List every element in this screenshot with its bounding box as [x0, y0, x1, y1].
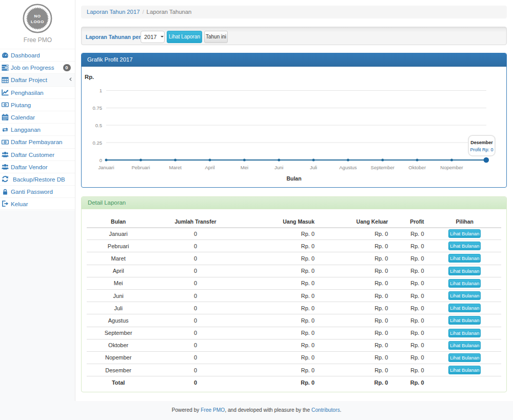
- svg-text:Bulan: Bulan: [286, 175, 301, 182]
- svg-text:Desember: Desember: [470, 140, 493, 145]
- svg-text:Juli: Juli: [310, 165, 317, 170]
- svg-text:April: April: [205, 165, 215, 170]
- svg-text:NO: NO: [34, 14, 41, 18]
- svg-text:Agustus: Agustus: [339, 165, 357, 170]
- svg-text:0.5: 0.5: [95, 123, 102, 128]
- svg-text:Mei: Mei: [241, 165, 248, 170]
- svg-text:Maret: Maret: [169, 165, 182, 170]
- svg-text:1: 1: [100, 88, 102, 93]
- svg-text:Oktober: Oktober: [408, 165, 426, 170]
- svg-text:Pebruari: Pebruari: [131, 165, 150, 170]
- svg-text:0.25: 0.25: [93, 140, 103, 146]
- svg-text:September: September: [371, 165, 394, 170]
- svg-text:Nopember: Nopember: [440, 165, 463, 170]
- svg-text:0: 0: [100, 157, 102, 163]
- svg-text:Juni: Juni: [274, 165, 283, 170]
- svg-text:0.75: 0.75: [93, 105, 103, 111]
- svg-text:LOGO: LOGO: [31, 19, 44, 24]
- svg-text:Rp.: Rp.: [85, 74, 94, 80]
- svg-text:Profit Rp: 0: Profit Rp: 0: [470, 147, 493, 152]
- svg-text:Januari: Januari: [98, 165, 114, 170]
